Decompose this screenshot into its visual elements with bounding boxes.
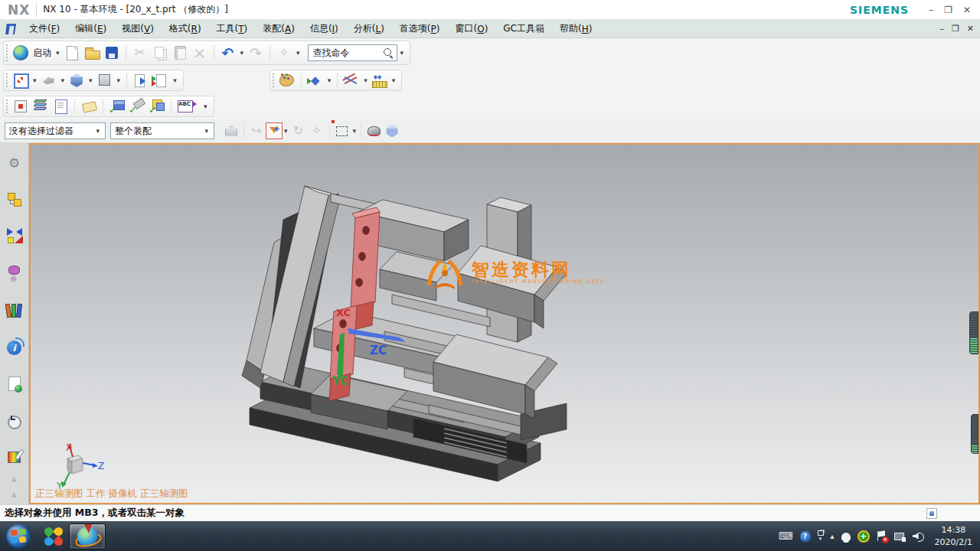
- isometric-dropdown[interactable]: ▾: [87, 77, 94, 84]
- filter-dropdown[interactable]: ▾: [283, 127, 289, 135]
- marquee-select-icon[interactable]: [333, 122, 351, 140]
- move-component-icon[interactable]: [11, 97, 30, 116]
- menu-window[interactable]: 窗口(O): [447, 20, 495, 37]
- find-dropdown[interactable]: ▾: [399, 49, 406, 57]
- layer-stack-icon[interactable]: [31, 97, 50, 116]
- close-button[interactable]: ✕: [963, 5, 971, 15]
- send-icon[interactable]: ✧: [275, 44, 293, 62]
- layer-settings-icon[interactable]: [51, 97, 70, 116]
- tray-keyboard-icon[interactable]: ⌨: [779, 531, 793, 541]
- delete-icon[interactable]: ×: [191, 44, 209, 62]
- scope-filter-combo[interactable]: 整个装配 ▾: [110, 122, 214, 139]
- open-folder-icon[interactable]: [83, 44, 101, 62]
- history-clock-icon[interactable]: [5, 413, 24, 432]
- selection-status-icon[interactable]: [926, 508, 937, 519]
- render-style-icon[interactable]: [96, 71, 114, 90]
- history-books-icon[interactable]: [5, 302, 24, 321]
- internet-info-icon[interactable]: i: [7, 341, 21, 355]
- mate-tool-icon[interactable]: [128, 97, 146, 116]
- measure-distance-icon[interactable]: [371, 71, 389, 90]
- fit-dropdown[interactable]: ▾: [31, 77, 38, 84]
- search-icon[interactable]: [382, 47, 394, 59]
- visualization-palette-icon[interactable]: [8, 452, 21, 463]
- menu-edit[interactable]: 编辑(E): [67, 20, 114, 37]
- 3d-model[interactable]: [31, 145, 978, 503]
- menu-information[interactable]: 信息(I): [302, 20, 346, 37]
- redo-icon[interactable]: ↷: [247, 44, 265, 62]
- tray-bell-icon[interactable]: [841, 533, 851, 540]
- filter-revert-icon[interactable]: ↪: [247, 122, 266, 140]
- assembly-dropdown[interactable]: ▾: [202, 103, 209, 110]
- text-edit-icon[interactable]: ABC: [176, 97, 194, 116]
- rotate-filter-icon[interactable]: ↻: [289, 122, 308, 140]
- child-restore-button[interactable]: ❐: [952, 24, 959, 33]
- new-file-icon[interactable]: [63, 44, 81, 62]
- tray-window-icon[interactable]: ▾: [818, 530, 824, 542]
- start-globe-icon[interactable]: [11, 44, 30, 62]
- tray-volume-icon[interactable]: [913, 531, 925, 542]
- find-command-input[interactable]: [312, 47, 382, 59]
- menu-format[interactable]: 格式(R): [162, 20, 209, 37]
- reuse-library-icon[interactable]: [5, 264, 24, 282]
- isometric-view-icon[interactable]: [67, 71, 86, 90]
- menu-file[interactable]: 文件(F): [21, 20, 67, 37]
- menu-view[interactable]: 视图(V): [114, 20, 162, 37]
- pane-back-icon[interactable]: [152, 71, 170, 90]
- shaded-tool-icon[interactable]: [364, 122, 383, 140]
- graphics-viewport[interactable]: XC ZC YC 智造资料网 INTELLIGENT MANUFACTURING…: [29, 143, 980, 504]
- snap-point-filter-icon[interactable]: [266, 122, 283, 139]
- undo-icon[interactable]: ↶: [219, 44, 237, 62]
- snap-point-icon[interactable]: [342, 71, 361, 90]
- component-filter-icon[interactable]: ✧: [308, 122, 326, 140]
- web-browser-icon[interactable]: [5, 375, 24, 393]
- tray-action-center-icon[interactable]: ×: [877, 530, 887, 543]
- sidebar-scroll-up2-icon[interactable]: ▲: [11, 491, 17, 498]
- child-minimize-button[interactable]: –: [939, 24, 944, 33]
- show-hide-dropdown[interactable]: ▾: [326, 77, 333, 84]
- pane-forward-icon[interactable]: [132, 71, 150, 90]
- tray-clock[interactable]: 14:38 2020/2/1: [935, 524, 972, 548]
- start-label[interactable]: 启动: [31, 47, 53, 60]
- tray-show-hidden-icon[interactable]: ▴: [831, 533, 835, 540]
- clip-section-icon[interactable]: [383, 122, 401, 140]
- pane-dropdown[interactable]: ▾: [172, 77, 178, 84]
- menu-gc-toolbox[interactable]: GC工具箱: [495, 20, 552, 37]
- minimize-button[interactable]: –: [929, 5, 933, 15]
- viewport-scroll-widget[interactable]: [971, 414, 978, 454]
- role-palette-icon[interactable]: [278, 71, 296, 90]
- start-button[interactable]: [6, 524, 31, 549]
- snap-dropdown[interactable]: ▾: [362, 77, 369, 84]
- paste-icon[interactable]: [171, 44, 189, 62]
- orient-dropdown[interactable]: ▾: [60, 77, 67, 84]
- send-dropdown[interactable]: ▾: [295, 49, 302, 57]
- save-icon[interactable]: [103, 44, 121, 62]
- type-filter-combo[interactable]: 没有选择过滤器 ▾: [5, 122, 106, 139]
- show-hide-icon[interactable]: ◆: [306, 71, 325, 90]
- tray-help-icon[interactable]: ?: [800, 531, 811, 542]
- constraint-navigator-icon[interactable]: [6, 227, 23, 244]
- taskbar-nx-app-button[interactable]: [69, 523, 106, 549]
- menu-assemblies[interactable]: 装配(A): [255, 20, 302, 37]
- roles-gear-icon[interactable]: ⚙: [5, 154, 24, 172]
- assembly-filter-icon[interactable]: [222, 122, 240, 140]
- copy-icon[interactable]: [151, 44, 169, 62]
- assembly-navigator-icon[interactable]: [7, 192, 22, 207]
- menu-tools[interactable]: 工具(T): [209, 20, 256, 37]
- undo-dropdown[interactable]: ▾: [239, 49, 246, 57]
- replace-component-icon[interactable]: [148, 97, 166, 116]
- tray-network-icon[interactable]: [894, 531, 906, 542]
- fit-view-icon[interactable]: [11, 71, 30, 90]
- viewport-scroll-widget[interactable]: [969, 311, 978, 354]
- tray-safety-icon[interactable]: +: [858, 530, 870, 543]
- assembly-constraint-icon[interactable]: [108, 97, 126, 116]
- measure-dropdown[interactable]: ▾: [390, 77, 397, 84]
- annotation-tag-icon[interactable]: [80, 97, 98, 116]
- menu-analysis[interactable]: 分析(L): [346, 20, 392, 37]
- child-close-button[interactable]: ✕: [967, 24, 974, 33]
- restore-button[interactable]: ❐: [944, 5, 952, 15]
- cut-icon[interactable]: ✂: [131, 44, 149, 62]
- orient-view-icon[interactable]: [40, 71, 58, 90]
- start-dropdown[interactable]: ▾: [54, 49, 61, 57]
- taskbar-browser-icon[interactable]: [38, 523, 69, 549]
- menu-help[interactable]: 帮助(H): [552, 20, 599, 37]
